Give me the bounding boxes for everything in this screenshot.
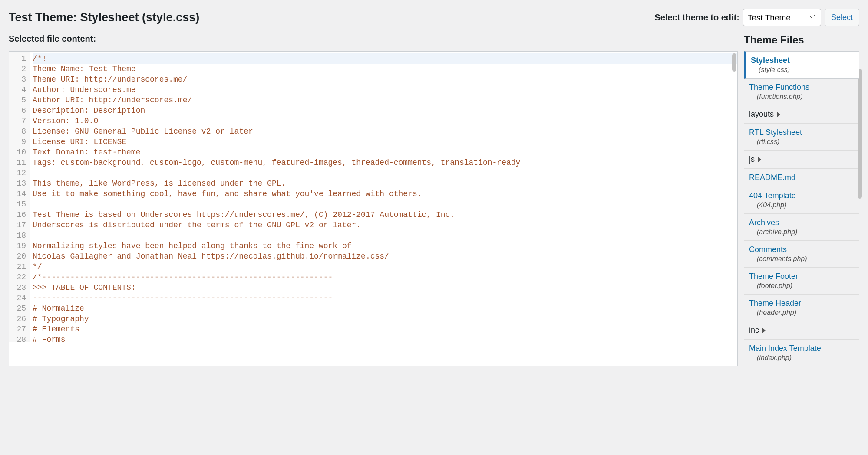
code-line[interactable]: Theme URI: http://underscores.me/: [33, 74, 737, 85]
file-item[interactable]: README.md: [744, 168, 859, 187]
file-item[interactable]: Main Index Template(index.php): [744, 339, 859, 366]
line-number: 17: [11, 220, 26, 230]
line-number: 21: [11, 262, 26, 272]
file-name: Archives: [749, 218, 854, 227]
file-name: Main Index Template: [749, 344, 854, 353]
editor-scrollbar[interactable]: [732, 53, 736, 72]
sidebar-scrollbar[interactable]: [858, 69, 862, 199]
code-line[interactable]: Description: Description: [33, 105, 737, 116]
line-number: 23: [11, 282, 26, 293]
code-line[interactable]: */: [33, 262, 737, 272]
folder-name: layouts: [749, 110, 774, 119]
code-line[interactable]: Underscores is distributed under the ter…: [33, 220, 737, 230]
line-number: 10: [11, 147, 26, 157]
code-content[interactable]: /*!Theme Name: Test ThemeTheme URI: http…: [30, 52, 737, 342]
line-number: 18: [11, 230, 26, 241]
file-name: Comments: [749, 245, 854, 254]
line-number: 27: [11, 324, 26, 334]
line-number: 26: [11, 314, 26, 324]
line-number: 2: [11, 64, 26, 74]
file-name: README.md: [749, 173, 854, 182]
folder-item[interactable]: inc: [744, 321, 859, 339]
file-subname: (header.php): [757, 309, 854, 317]
folder-item[interactable]: layouts: [744, 105, 859, 123]
line-number: 5: [11, 95, 26, 105]
file-item[interactable]: Archives(archive.php): [744, 213, 859, 240]
code-line[interactable]: Tags: custom-background, custom-logo, cu…: [33, 157, 737, 168]
file-item[interactable]: Theme Functions(functions.php): [744, 78, 859, 105]
folder-name: js: [749, 155, 755, 164]
code-line[interactable]: >>> TABLE OF CONTENTS:: [33, 282, 737, 293]
line-number: 9: [11, 137, 26, 147]
code-line[interactable]: [33, 168, 737, 178]
code-line[interactable]: License URI: LICENSE: [33, 137, 737, 147]
selected-file-label: Selected file content:: [9, 34, 96, 44]
file-name: Stylesheet: [751, 56, 854, 65]
code-line[interactable]: Author: Underscores.me: [33, 85, 737, 95]
line-number: 28: [11, 334, 26, 342]
line-number: 16: [11, 209, 26, 220]
code-line[interactable]: # Elements: [33, 324, 737, 334]
code-line[interactable]: Theme Name: Test Theme: [33, 64, 737, 74]
theme-select-dropdown[interactable]: Test Theme: [743, 9, 821, 26]
code-line[interactable]: # Typography: [33, 314, 737, 324]
file-name: 404 Template: [749, 191, 854, 200]
line-number: 19: [11, 241, 26, 251]
chevron-right-icon: [762, 328, 766, 333]
file-item[interactable]: 404 Template(404.php): [744, 187, 859, 213]
file-subname: (index.php): [757, 354, 854, 362]
file-item[interactable]: Theme Footer(footer.php): [744, 267, 859, 294]
file-item[interactable]: RTL Stylesheet(rtl.css): [744, 123, 859, 150]
folder-name: inc: [749, 326, 759, 335]
code-line[interactable]: Test Theme is based on Underscores https…: [33, 209, 737, 220]
line-number: 7: [11, 116, 26, 126]
folder-item[interactable]: js: [744, 150, 859, 168]
file-name: Theme Footer: [749, 272, 854, 281]
code-line[interactable]: Version: 1.0.0: [33, 116, 737, 126]
line-number: 24: [11, 293, 26, 303]
theme-select-label: Select theme to edit:: [654, 13, 739, 23]
chevron-right-icon: [758, 157, 761, 162]
code-line[interactable]: /*--------------------------------------…: [33, 272, 737, 282]
code-line[interactable]: # Forms: [33, 334, 737, 342]
file-name: RTL Stylesheet: [749, 128, 854, 137]
file-subname: (style.css): [759, 66, 854, 74]
code-line[interactable]: Use it to make something cool, have fun,…: [33, 189, 737, 199]
line-number: 14: [11, 189, 26, 199]
theme-files-heading: Theme Files: [744, 34, 859, 46]
line-number: 13: [11, 178, 26, 189]
code-line[interactable]: License: GNU General Public License v2 o…: [33, 126, 737, 137]
file-name: Theme Header: [749, 299, 854, 308]
code-line[interactable]: /*!: [33, 53, 737, 64]
code-line[interactable]: Normalizing styles have been helped alon…: [33, 241, 737, 251]
line-number: 1: [11, 53, 26, 64]
code-line[interactable]: This theme, like WordPress, is licensed …: [33, 178, 737, 189]
code-line[interactable]: Author URI: http://underscores.me/: [33, 95, 737, 105]
code-line[interactable]: # Normalize: [33, 303, 737, 314]
theme-file-list: Stylesheet(style.css)Theme Functions(fun…: [744, 51, 859, 366]
code-line[interactable]: [33, 199, 737, 209]
file-item[interactable]: Comments(comments.php): [744, 240, 859, 267]
code-line[interactable]: Text Domain: test-theme: [33, 147, 737, 157]
file-subname: (archive.php): [757, 228, 854, 236]
theme-select-group: Select theme to edit: Test Theme Select: [654, 9, 859, 26]
file-subname: (functions.php): [757, 93, 854, 101]
code-line[interactable]: ----------------------------------------…: [33, 293, 737, 303]
file-item[interactable]: Theme Header(header.php): [744, 294, 859, 321]
file-subname: (comments.php): [757, 255, 854, 263]
select-button[interactable]: Select: [825, 9, 859, 26]
line-number: 22: [11, 272, 26, 282]
file-subname: (footer.php): [757, 282, 854, 290]
line-number: 15: [11, 199, 26, 209]
file-item[interactable]: Stylesheet(style.css): [744, 51, 859, 79]
line-number: 20: [11, 251, 26, 262]
header-row: Test Theme: Stylesheet (style.css) Selec…: [9, 9, 859, 26]
line-number: 3: [11, 74, 26, 85]
code-editor[interactable]: 1234567891011121314151617181920212223242…: [9, 51, 738, 366]
file-name: Theme Functions: [749, 83, 854, 92]
line-number: 11: [11, 157, 26, 168]
code-line[interactable]: [33, 230, 737, 241]
code-line[interactable]: Nicolas Gallagher and Jonathan Neal http…: [33, 251, 737, 262]
page-title: Test Theme: Stylesheet (style.css): [9, 11, 199, 24]
file-subname: (404.php): [757, 201, 854, 209]
